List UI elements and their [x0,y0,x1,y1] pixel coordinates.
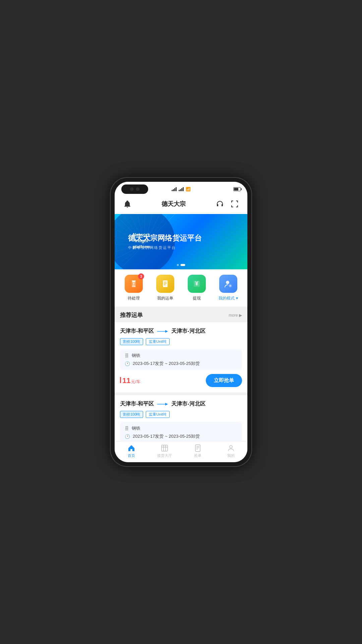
svg-rect-19 [163,280,168,287]
to-city-1: 天津市-河北区 [171,328,205,335]
from-city-1: 天津市-和平区 [120,328,154,335]
pending-label: 待处理 [128,296,140,301]
action-mymode[interactable]: 我的模式 ▾ [217,275,240,301]
banner-text-right: 德天大宗网络货运平台 中国专业的网络货运平台 [128,233,202,250]
promo-banner[interactable]: Network freight platform 德天大宗网络货运平台 中国专业… [115,214,247,269]
camera-dot [130,187,133,191]
battery-icon [233,187,241,191]
user-settings-icon [224,279,233,288]
cargo-info-2: 🗄 钢铁 🕐 2023-05-17发货 ~ 2023-05-25卸货 [120,422,242,441]
banner-dot-1[interactable] [177,264,179,266]
action-waybill[interactable]: 我的运单 [154,275,177,301]
svg-rect-32 [162,445,168,451]
nav-home[interactable]: 首页 [121,444,141,458]
price-action-row-1: 11 元/车 立即抢单 [120,374,242,387]
price-num-1: 11 [122,376,130,385]
svg-rect-33 [195,445,200,451]
cargo-name-1: 钢铁 [132,353,140,359]
mymode-label: 我的模式 ▾ [219,296,238,301]
hourglass-icon [129,279,138,288]
svg-marker-31 [165,403,168,406]
action-pending[interactable]: 3 待处理 [122,275,145,301]
mymode-icon-wrap [219,275,237,293]
cargo-info-1: 🗄 钢铁 🕐 2023-05-17发货 ~ 2023-05-25卸货 [120,349,242,370]
yuan-icon: ¥ [192,279,201,288]
freight-card-1: 天津市-和平区 天津市-河北区 割价100吨 监重Unit吨 🗄 [115,322,247,392]
price-tag-1: 11 元/车 [120,376,140,385]
tag-1-2: 监重Unit吨 [146,338,170,345]
withdraw-label: 提现 [193,296,201,301]
svg-point-37 [230,445,232,448]
route-arrow-2 [157,402,168,407]
section-header: 推荐运单 more ▶ [115,307,247,322]
scan-icon[interactable] [229,198,241,210]
camera-notch [121,184,148,194]
banner-dot-2[interactable] [181,264,185,266]
route-row-2: 天津市-和平区 天津市-河北区 [120,400,242,408]
tag-1-1: 割价100吨 [120,338,143,345]
cargo-name-row-2: 🗄 钢铁 [125,425,237,431]
from-city-2: 天津市-和平区 [120,400,154,408]
status-bar: 📶 [115,182,247,195]
waybill-icon [161,279,170,288]
nav-mine[interactable]: 我的 [221,444,241,458]
cargo-name-2: 钢铁 [132,425,140,431]
app-title: 德天大宗 [162,200,186,208]
svg-marker-29 [165,330,168,333]
svg-point-27 [230,285,231,286]
signal-icon-2 [179,187,184,191]
cargo-date-row-2: 🕐 2023-05-17发货 ~ 2023-05-25卸货 [125,433,237,439]
cargo-date-1: 2023-05-17发货 ~ 2023-05-25卸货 [133,361,200,367]
document-icon [194,444,202,452]
svg-text:¥: ¥ [195,281,198,286]
header-right-icons [214,198,241,210]
nav-grab-label: 抢单 [194,453,201,458]
signal-icon-1 [172,187,177,191]
to-city-2: 天津市-河北区 [171,400,205,408]
nav-mine-label: 我的 [227,453,235,458]
cargo-box-icon-1: 🗄 [125,353,129,358]
app-header: 德天大宗 [115,195,247,214]
pending-icon-wrap: 3 [125,275,143,293]
clock-icon-1: 🕐 [125,361,130,366]
tags-row-2: 割价100吨 监重Unit吨 [120,411,242,418]
wifi-icon: 📶 [186,187,191,192]
waybill-icon-wrap [156,275,174,293]
cargo-date-row-1: 🕐 2023-05-17发货 ~ 2023-05-25卸货 [125,361,237,367]
pending-badge: 3 [138,273,144,279]
nav-grab[interactable]: 抢单 [188,444,208,458]
price-bar-1 [120,377,121,383]
tags-row-1: 割价100吨 监重Unit吨 [120,338,242,345]
camera-dot-2 [136,187,139,191]
signal-area: 📶 [172,187,191,192]
tag-2-1: 割价100吨 [120,411,143,418]
cargo-box-icon-2: 🗄 [125,426,129,431]
grab-btn-1[interactable]: 立即抢单 [206,374,242,387]
cargo-name-row-1: 🗄 钢铁 [125,353,237,359]
cargo-date-2: 2023-05-17发货 ~ 2023-05-25卸货 [133,433,200,439]
freight-card-2: 天津市-和平区 天津市-河北区 割价100吨 监重Unit吨 🗄 [115,395,247,441]
action-withdraw[interactable]: ¥ 提现 [185,275,208,301]
svg-point-18 [133,283,134,284]
nav-home-label: 首页 [128,453,135,458]
home-icon [127,444,135,452]
withdraw-icon-wrap: ¥ [188,275,206,293]
section-title: 推荐运单 [120,311,143,319]
clock-icon-2: 🕐 [125,434,130,439]
headset-icon[interactable] [214,198,226,210]
bell-icon[interactable] [121,198,133,210]
nav-hall[interactable]: 揽货大厅 [155,444,175,458]
more-link[interactable]: more ▶ [229,313,242,318]
route-arrow-1 [157,329,168,334]
nav-hall-label: 揽货大厅 [157,453,172,458]
main-scroll[interactable]: Network freight platform 德天大宗网络货运平台 中国专业… [115,214,247,441]
banner-dots [177,264,185,266]
waybill-label: 我的运单 [157,296,173,301]
svg-point-25 [226,281,229,284]
person-icon [227,444,235,452]
box-icon [161,444,169,452]
bottom-nav: 首页 揽货大厅 抢单 [115,441,247,462]
quick-actions: 3 待处理 我的运单 [115,269,247,307]
price-unit-1: 元/车 [131,379,140,385]
tag-2-2: 监重Unit吨 [146,411,170,418]
